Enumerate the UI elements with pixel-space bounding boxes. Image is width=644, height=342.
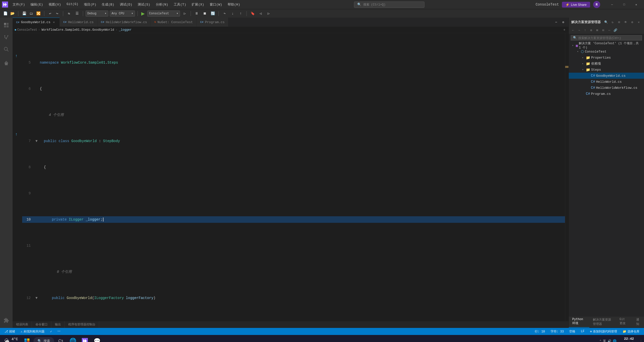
stop-btn[interactable]: ⏹ [201,10,208,17]
tab-nuget[interactable]: N NuGet: ConsoleTest [151,18,197,27]
status-add-source-control[interactable]: ⊕ 添加到源代码管理 [589,329,619,334]
live-share-button[interactable]: ⚡ Live Share [562,2,590,8]
tree-program[interactable]: C# Program.cs [569,91,644,97]
activity-git[interactable] [1,32,12,43]
search-box[interactable]: 🔍 搜索 (Ctrl+Q) [354,2,424,8]
tab-program[interactable]: C# Program.cs [197,18,228,27]
bottom-tab-package-manager[interactable]: 程序包管理器控制台 [65,321,99,328]
taskbar-start-button[interactable] [21,335,32,342]
sol-toolbar-btn-1[interactable]: ← [570,28,576,33]
code-10[interactable]: private ILogger _logger; [39,216,565,223]
debug-mode-dropdown[interactable]: Debug ▾ [86,11,108,17]
tree-solution[interactable]: ▾ ▣ 解决方案 'ConsoleTest' (1 个项目，共 1 个) [569,42,644,49]
sol-toolbar-btn-2[interactable]: → [576,28,582,33]
new-file-button[interactable]: 📄 [2,10,9,17]
bottom-tab-errors[interactable]: 错误列表 [13,321,32,328]
bookmark-prev[interactable]: ◁ [257,10,264,17]
restart-btn[interactable]: 🔄 [209,10,216,17]
tree-goodbyeworld[interactable]: C# GoodbyeWorld.cs [569,73,644,79]
menu-analyze[interactable]: 分析(N) [153,1,171,8]
menu-view[interactable]: 视图(V) [46,1,63,8]
save-button[interactable]: 💾 [21,10,27,17]
hint-1[interactable]: 4 个引用 [39,112,565,118]
bookmark-btn[interactable]: 🔖 [249,10,256,17]
code-8[interactable]: { [39,164,565,170]
step-into-btn[interactable]: ↓ [229,10,236,17]
status-squiggle[interactable]: 〰 [56,329,62,334]
tree-properties[interactable]: ▸ 📁 Properties [569,55,644,61]
sol-props-btn[interactable]: ⚙ [629,19,635,25]
start-arrow-button[interactable]: ▷ [182,10,188,17]
open-file-button[interactable]: 📂 [9,10,16,17]
code-7[interactable]: public class GoodbyeWorld : StepBody [39,138,565,144]
menu-debug[interactable]: 调试(D) [117,1,135,8]
right-tab-notifications[interactable]: 通知 [633,317,644,328]
hint-2[interactable]: 0 个引用 [39,269,565,275]
sol-search-btn[interactable]: 🔍 [603,19,609,25]
bookmark-next[interactable]: ▷ [265,10,272,17]
bottom-tab-output[interactable]: 输出 [51,321,65,328]
right-tab-python[interactable]: Python 环境 [569,317,589,328]
tab-goodbyeworld[interactable]: C# GoodbyeWorld.cs ✕ [13,18,60,27]
tab-goodbyeworld-close[interactable]: ✕ [52,20,56,24]
menu-edit[interactable]: 编辑(E) [28,1,45,8]
user-avatar[interactable]: R [593,1,600,8]
minimize-button[interactable]: — [606,0,618,9]
tree-helloworld[interactable]: C# HelloWorld.cs [569,79,644,85]
activity-solution-explorer[interactable] [1,20,12,31]
taskbar-weather[interactable]: 🌥 4°C 多云 [2,336,20,342]
tabs-settings-btn[interactable]: ⚙ [560,19,566,25]
code-6[interactable]: { [39,86,565,92]
menu-build[interactable]: 生成(B) [99,1,117,8]
publish-button[interactable]: 🔀 [35,10,42,17]
step-out-btn[interactable]: ↑ [237,10,244,17]
code-content[interactable]: 5 namespace WorkflowCore.Sample01.Steps … [20,33,565,321]
status-git-branch[interactable]: ⎇ 就绪 [3,329,17,334]
step-over-btn[interactable]: ↷ [221,10,228,17]
status-encoding[interactable]: LF [579,329,586,334]
sol-toolbar-btn-7[interactable]: ↔ [606,28,612,33]
redo-button[interactable]: ↪ [54,10,60,17]
show-desktop-btn[interactable]: | [640,335,642,342]
breadcrumb-path-label[interactable]: WorkflowCore.Sample01.Steps.GoodbyeWorld [42,28,114,32]
sol-toolbar-btn-3[interactable]: ↑ [582,28,588,33]
tab-helloworldworkflow[interactable]: C# HelloWorldWorkflow.cs [97,18,151,27]
break-btn[interactable]: ⏸ [193,10,200,17]
status-spaces[interactable]: 空格 [568,329,577,334]
cpu-dropdown[interactable]: Any CPU ▾ [110,11,135,17]
breadcrumb-add-btn[interactable]: + [562,28,566,32]
close-button[interactable]: ✕ [630,0,642,9]
menu-tools[interactable]: 工具(T) [171,1,189,8]
status-col[interactable]: 字符: 33 [549,329,565,334]
menu-help[interactable]: 帮助(H) [225,1,242,8]
taskbar-files-button[interactable]: 🗂 [55,335,66,342]
menu-file[interactable]: 文件(F) [10,1,27,8]
editor-minimap[interactable] [565,33,568,321]
sol-collapse-btn[interactable]: ⊟ [616,19,622,25]
menu-extensions[interactable]: 扩展(X) [189,1,206,8]
menu-git[interactable]: Git(G) [64,1,81,8]
tab-helloworld[interactable]: C# HelloWorld.cs [60,18,97,27]
sol-toolbar-btn-8[interactable]: 🔗 [613,28,618,33]
save-all-button[interactable]: 🗂 [28,10,34,17]
code-5[interactable]: namespace WorkflowCore.Sample01.Steps [39,59,565,66]
sol-sync-btn[interactable]: ↻ [610,19,615,25]
menu-window[interactable]: 窗口(W) [207,1,225,8]
sol-toolbar-btn-6[interactable]: ⊟ [600,28,606,33]
solution-search-input[interactable] [578,36,640,40]
run-button[interactable]: ▶ [140,11,146,16]
taskbar-edge-button[interactable]: 🌐 [67,335,78,342]
project-dropdown[interactable]: ConsoleTest ▾ [147,11,180,17]
right-tab-solution[interactable]: 解决方案资源管理器 [589,317,616,328]
taskbar-system-tray[interactable]: ⌃ 英 🔊 🌐 [598,338,618,342]
undo-button[interactable]: ↩ [47,10,53,17]
sol-toolbar-btn-4[interactable]: ⚙ [588,28,594,33]
status-row[interactable]: 行: 10 [533,329,547,334]
breadcrumb-member-label[interactable]: _logger [119,28,131,32]
activity-extensions[interactable] [1,315,12,326]
activity-debug[interactable] [1,58,12,69]
right-tab-git[interactable]: Git 更改 [616,317,633,328]
tabs-layout-btn[interactable]: ⋯ [553,19,559,25]
fold-7[interactable]: ▼ [34,138,39,144]
code-12[interactable]: public GoodbyeWorld(ILoggerFactory logge… [39,295,565,301]
